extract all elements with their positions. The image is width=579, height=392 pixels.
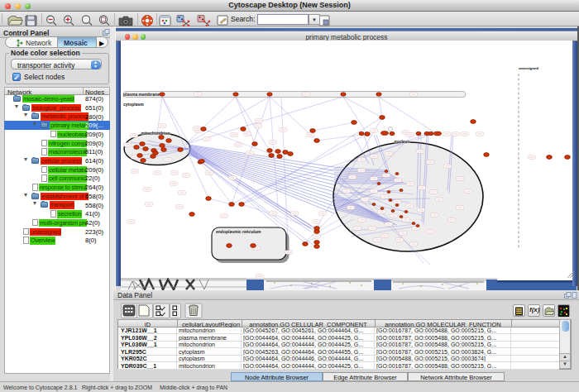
svg-text:unassigned: unassigned (519, 66, 538, 70)
svg-text:mitochondrion: mitochondrion (141, 131, 170, 136)
svg-text:endoplasmic reticulum: endoplasmic reticulum (216, 229, 261, 234)
svg-text:nucleus: nucleus (395, 139, 410, 144)
svg-text:plasma membrane: plasma membrane (123, 92, 160, 97)
svg-text:cytoplasm: cytoplasm (123, 102, 144, 107)
